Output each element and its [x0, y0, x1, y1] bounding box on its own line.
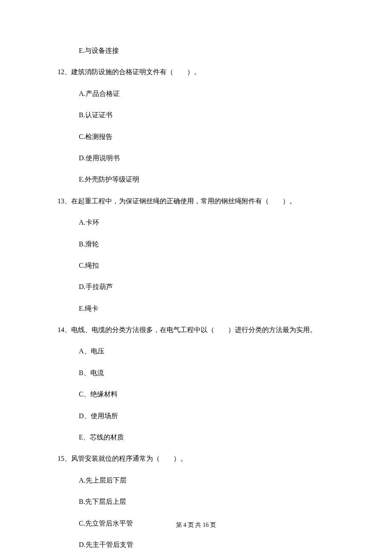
q13-option-b: B.滑轮	[79, 240, 341, 249]
q13-option-d: D.手拉葫芦	[79, 282, 341, 292]
q13-stem: 13、在起重工程中，为保证钢丝绳的正确使用，常用的钢丝绳附件有（ ）。	[58, 197, 341, 206]
q15-option-a: A.先上层后下层	[79, 476, 341, 485]
q11-option-e: E.与设备连接	[79, 46, 341, 55]
q12-option-b: B.认证证书	[79, 110, 341, 120]
q15-option-d: D.先主干管后支管	[79, 540, 341, 549]
q12-option-c: C.检测报告	[79, 132, 341, 142]
q14-stem: 14、电线、电缆的分类方法很多，在电气工程中以（ ）进行分类的方法最为实用。	[58, 325, 341, 335]
q13-option-a: A.卡环	[79, 218, 341, 227]
q14-option-b: B、电流	[79, 368, 341, 378]
q12-option-d: D.使用说明书	[79, 153, 341, 163]
q12-option-e: E.外壳防护等级证明	[79, 175, 341, 184]
q14-option-e: E、芯线的材质	[79, 433, 341, 442]
q12-stem: 12、建筑消防设施的合格证明文件有（ ）。	[58, 67, 341, 77]
q13-option-e: E.绳卡	[79, 304, 341, 313]
exam-page: E.与设备连接 12、建筑消防设施的合格证明文件有（ ）。 A.产品合格证 B.…	[0, 0, 392, 555]
page-footer: 第 4 页 共 16 页	[0, 521, 392, 529]
q14-option-c: C、绝缘材料	[79, 390, 341, 399]
q12-option-a: A.产品合格证	[79, 89, 341, 98]
q15-stem: 15、风管安装就位的程序通常为（ ）。	[58, 454, 341, 463]
q14-option-d: D、使用场所	[79, 411, 341, 421]
q15-option-b: B.先下层后上层	[79, 497, 341, 506]
q14-option-a: A、电压	[79, 347, 341, 356]
q13-option-c: C.绳扣	[79, 261, 341, 270]
